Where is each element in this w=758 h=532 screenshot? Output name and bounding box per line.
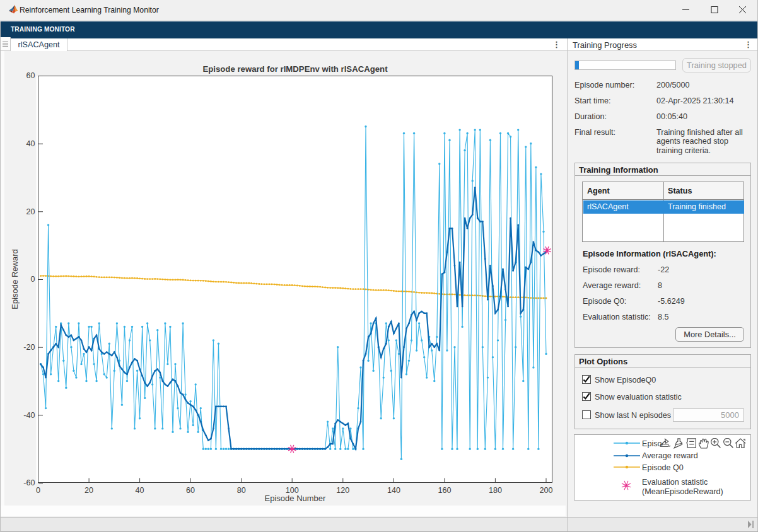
svg-text:-20: -20 <box>23 343 35 352</box>
svg-text:20: 20 <box>85 486 93 495</box>
svg-text:60: 60 <box>186 486 195 495</box>
svg-text:0: 0 <box>30 275 35 284</box>
svg-text:0: 0 <box>36 486 40 495</box>
svg-text:160: 160 <box>438 486 451 495</box>
svg-text:-40: -40 <box>23 411 35 420</box>
svg-text:200: 200 <box>539 486 552 495</box>
svg-text:Episode Reward: Episode Reward <box>10 249 20 309</box>
svg-text:80: 80 <box>237 486 246 495</box>
svg-text:Episode Number: Episode Number <box>265 494 326 503</box>
svg-text:40: 40 <box>26 139 35 148</box>
svg-text:Episode reward for rlMDPEnv wi: Episode reward for rlMDPEnv with rlSACAg… <box>202 64 388 74</box>
svg-text:60: 60 <box>26 71 35 80</box>
svg-text:40: 40 <box>136 486 144 495</box>
svg-text:120: 120 <box>336 486 349 495</box>
svg-text:180: 180 <box>489 486 502 495</box>
svg-text:140: 140 <box>387 486 400 495</box>
svg-text:-60: -60 <box>23 478 35 487</box>
svg-text:20: 20 <box>26 207 35 216</box>
